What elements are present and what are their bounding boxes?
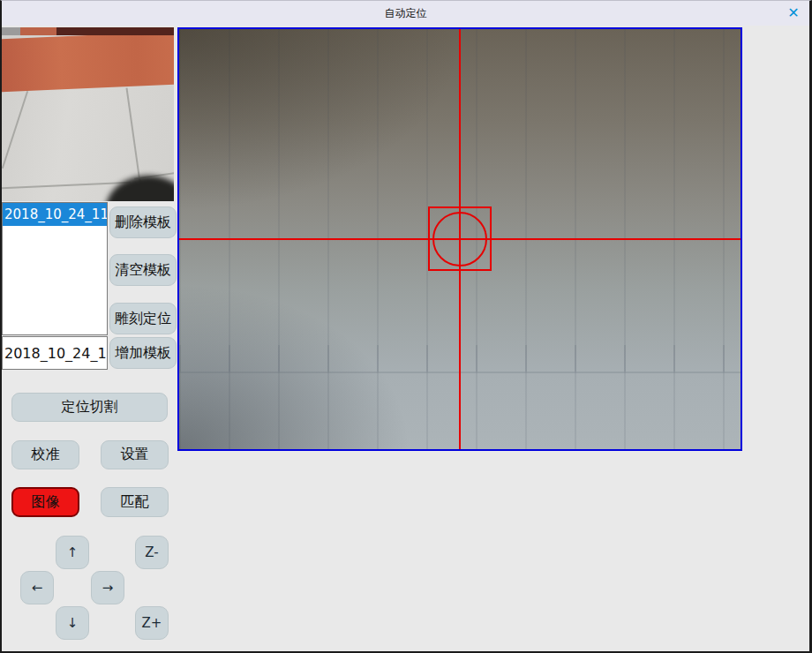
engrave-position-button[interactable]: 雕刻定位 bbox=[109, 303, 177, 334]
jog-left-button[interactable]: ← bbox=[20, 571, 54, 604]
thumbnail-tile-line bbox=[2, 182, 131, 189]
template-name-input[interactable] bbox=[2, 336, 108, 370]
jog-up-button[interactable]: ↑ bbox=[56, 536, 89, 569]
thumbnail-dark-object bbox=[106, 176, 174, 201]
thumbnail-tile-line bbox=[125, 87, 140, 182]
jog-z-plus-button[interactable]: Z+ bbox=[135, 606, 169, 640]
jog-right-button[interactable]: → bbox=[91, 571, 124, 604]
position-cut-button[interactable]: 定位切割 bbox=[11, 393, 168, 422]
jog-z-minus-button[interactable]: Z- bbox=[135, 536, 169, 569]
template-list[interactable]: 2018_10_24_11 bbox=[2, 202, 108, 335]
clear-templates-button[interactable]: 清空模板 bbox=[109, 254, 177, 286]
window-title: 自动定位 bbox=[385, 6, 427, 21]
settings-button[interactable]: 设置 bbox=[101, 440, 169, 469]
image-button[interactable]: 图像 bbox=[11, 487, 79, 517]
thumbnail-tile-line bbox=[2, 91, 28, 169]
jog-down-button[interactable]: ↓ bbox=[56, 606, 89, 640]
titlebar: 自动定位 ✕ bbox=[2, 1, 809, 26]
match-button[interactable]: 匹配 bbox=[101, 487, 169, 517]
thumbnail-orange-beam bbox=[2, 31, 174, 92]
thumbnail-top-strip bbox=[2, 27, 174, 35]
roi-circle bbox=[432, 212, 487, 266]
template-list-item[interactable]: 2018_10_24_11 bbox=[3, 203, 107, 226]
delete-template-button[interactable]: 删除模板 bbox=[109, 206, 177, 238]
add-template-button[interactable]: 增加模板 bbox=[109, 337, 177, 369]
camera-view[interactable] bbox=[177, 27, 742, 451]
close-icon[interactable]: ✕ bbox=[783, 3, 804, 24]
template-thumbnail-image bbox=[2, 27, 174, 201]
calibrate-button[interactable]: 校准 bbox=[11, 440, 79, 469]
auto-position-window: 自动定位 ✕ 2018_10_24_11 删除模板 清空模板 雕刻定位 增加模板… bbox=[0, 0, 812, 653]
